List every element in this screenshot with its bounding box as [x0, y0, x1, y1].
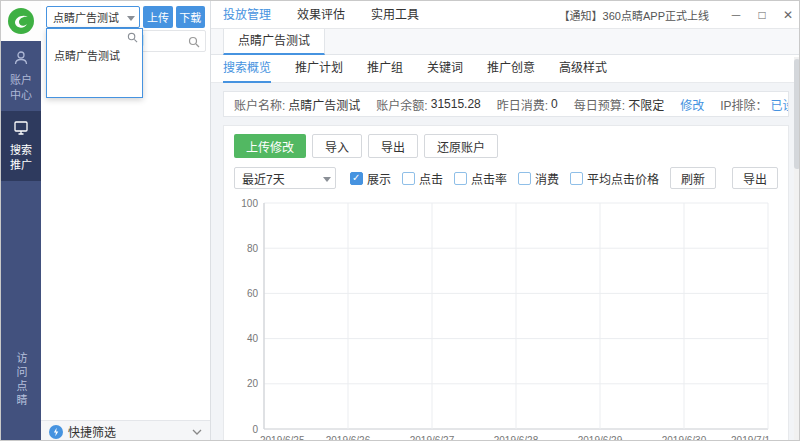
daily-budget-value: 不限定: [628, 96, 664, 113]
visit-dianjing-link[interactable]: 访问点睛: [1, 352, 41, 408]
ip-exclude-label: IP排除：: [720, 96, 767, 113]
restore-account-button[interactable]: 还原账户: [424, 134, 498, 158]
account-select-value: 点睛广告测试: [53, 9, 119, 25]
import-button[interactable]: 导入: [312, 134, 362, 158]
svg-text:80: 80: [247, 243, 259, 254]
tab-effect-evaluation[interactable]: 效果评估: [297, 1, 345, 29]
tab-utilities[interactable]: 实用工具: [371, 1, 419, 29]
sidebar-item-account-center[interactable]: 账户中心: [1, 41, 41, 111]
svg-text:100: 100: [241, 198, 258, 209]
yesterday-spend-label: 昨日消费:: [497, 96, 548, 113]
checkbox-icon: [402, 172, 415, 185]
sidebar-item-label: 搜索推广: [8, 143, 34, 173]
campaign-tree-panel: 点睛广告测试 上传 下载: [41, 1, 211, 441]
checkbox-icon: [454, 172, 467, 185]
user-icon: [13, 50, 29, 66]
maximize-button[interactable]: □: [749, 1, 775, 29]
chart-container: 0204060801002019/6/252019/6/262019/6/272…: [234, 195, 778, 441]
metric-checkbox-group: 展示 点击 点击率 消费: [350, 170, 659, 187]
subtab-advanced-styles[interactable]: 高级样式: [559, 55, 607, 83]
svg-text:20: 20: [247, 378, 259, 389]
overview-panel: 上传修改 导入 导出 还原账户 最近7天 展示 点击: [223, 125, 789, 441]
sidebar-item-label: 账户中心: [8, 73, 34, 103]
chevron-down-icon: [127, 16, 135, 21]
checkbox-label: 消费: [535, 170, 559, 187]
daily-budget-label: 每日预算:: [574, 96, 625, 113]
search-promotion-icon: [13, 120, 29, 136]
account-tab[interactable]: 点睛广告测试: [223, 29, 325, 55]
tab-delivery-management[interactable]: 投放管理: [223, 1, 271, 29]
checkbox-label: 点击率: [471, 170, 507, 187]
account-select[interactable]: 点睛广告测试: [46, 6, 140, 28]
scrollbar-thumb[interactable]: [794, 59, 800, 169]
account-select-dropdown: 点睛广告测试: [46, 28, 143, 98]
checkbox-label: 平均点击价格: [587, 170, 659, 187]
chevron-down-icon[interactable]: [192, 429, 202, 435]
date-range-value: 最近7天: [242, 170, 285, 187]
account-tab-bar: 点睛广告测试: [211, 29, 800, 55]
balance-value: 31515.28: [431, 97, 481, 111]
svg-text:0: 0: [252, 424, 258, 435]
svg-text:60: 60: [247, 288, 259, 299]
dianjing-logo: [1, 1, 41, 41]
account-info-bar: 账户名称: 点睛广告测试 账户余额: 31515.28 昨日消费: 0 每日预算…: [223, 91, 789, 117]
lightning-icon: [49, 425, 63, 439]
account-name-label: 账户名称:: [234, 96, 285, 113]
checkbox-icon: [350, 172, 363, 185]
subtab-ad-groups[interactable]: 推广组: [367, 55, 403, 83]
checkbox-icon: [518, 172, 531, 185]
ip-exclude-link[interactable]: 已设置(3): [771, 96, 789, 113]
search-icon[interactable]: [188, 36, 200, 51]
account-option[interactable]: 点睛广告测试: [47, 45, 142, 66]
logo-icon: [7, 7, 35, 35]
metric-checkbox-ctr[interactable]: 点击率: [454, 170, 507, 187]
overview-chart: 0204060801002019/6/252019/6/262019/6/272…: [234, 195, 780, 441]
actions-row: 上传修改 导入 导出 还原账户: [234, 134, 778, 158]
search-icon[interactable]: [127, 32, 138, 46]
checkbox-label: 展示: [367, 170, 391, 187]
sidebar-item-search-promotion[interactable]: 搜索推广: [1, 111, 41, 181]
sidebar: 账户中心 搜索推广 访问点睛: [1, 1, 41, 441]
svg-text:2019/6/27: 2019/6/27: [410, 435, 455, 441]
svg-text:2019/7/1: 2019/7/1: [731, 435, 770, 441]
date-range-select[interactable]: 最近7天: [234, 167, 336, 189]
app-window: 账户中心 搜索推广 访问点睛 点睛广告测试 上传 下载: [0, 0, 800, 441]
subtab-keywords[interactable]: 关键词: [427, 55, 463, 83]
checkbox-icon: [570, 172, 583, 185]
svg-text:2019/6/30: 2019/6/30: [662, 435, 707, 441]
scrollbar-track[interactable]: [794, 57, 800, 440]
svg-text:2019/6/29: 2019/6/29: [578, 435, 623, 441]
chart-filter-row: 最近7天 展示 点击 点击率: [234, 167, 778, 189]
notification-link[interactable]: 【通知】360点睛APP正式上线: [559, 7, 709, 23]
tree-toolbar: 点睛广告测试 上传 下载: [41, 1, 210, 29]
chart-export-button[interactable]: 导出: [732, 167, 778, 189]
dropdown-search-row: [47, 29, 142, 45]
main-area: 投放管理 效果评估 实用工具 【通知】360点睛APP正式上线 ─ □ ✕ 点睛…: [211, 1, 800, 441]
top-menu-bar: 投放管理 效果评估 实用工具 【通知】360点睛APP正式上线 ─ □ ✕: [211, 1, 800, 29]
close-button[interactable]: ✕: [775, 1, 800, 29]
download-button[interactable]: 下载: [176, 6, 205, 28]
yesterday-spend-value: 0: [551, 97, 558, 111]
metric-checkbox-impressions[interactable]: 展示: [350, 170, 391, 187]
svg-text:40: 40: [247, 333, 259, 344]
minimize-button[interactable]: ─: [723, 1, 749, 29]
metric-checkbox-avg-cpc[interactable]: 平均点击价格: [570, 170, 659, 187]
upload-button[interactable]: 上传: [143, 6, 172, 28]
export-button[interactable]: 导出: [368, 134, 418, 158]
refresh-button[interactable]: 刷新: [670, 167, 716, 189]
modify-budget-link[interactable]: 修改: [680, 96, 704, 113]
sub-tab-bar: 搜索概览 推广计划 推广组 关键词 推广创意 高级样式: [211, 55, 800, 83]
svg-text:2019/6/25: 2019/6/25: [260, 435, 305, 441]
quick-filter-label: 快捷筛选: [68, 423, 116, 440]
subtab-campaigns[interactable]: 推广计划: [295, 55, 343, 83]
balance-label: 账户余额:: [376, 96, 427, 113]
upload-changes-button[interactable]: 上传修改: [234, 134, 306, 158]
subtab-creatives[interactable]: 推广创意: [487, 55, 535, 83]
chevron-down-icon: [323, 177, 331, 182]
metric-checkbox-spend[interactable]: 消费: [518, 170, 559, 187]
quick-filter-bar[interactable]: 快捷筛选: [41, 420, 210, 441]
metric-checkbox-clicks[interactable]: 点击: [402, 170, 443, 187]
subtab-search-overview[interactable]: 搜索概览: [223, 55, 271, 83]
account-name-value: 点睛广告测试: [288, 96, 360, 113]
svg-text:2019/6/26: 2019/6/26: [326, 435, 371, 441]
